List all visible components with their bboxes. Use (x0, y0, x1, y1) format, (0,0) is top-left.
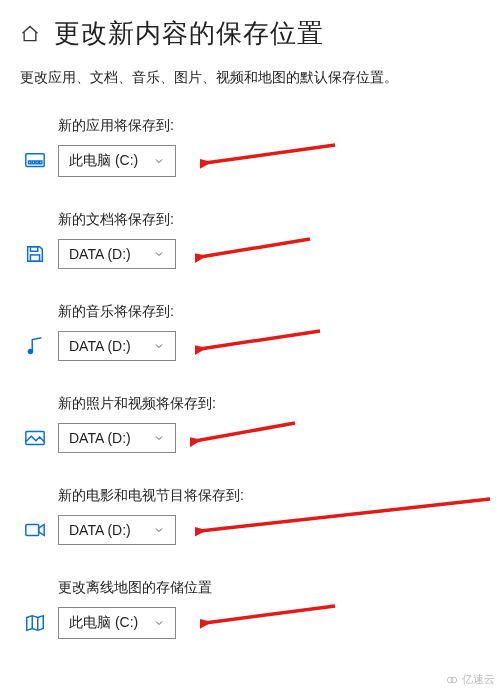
svg-point-9 (28, 349, 32, 353)
setting-label-photos: 新的照片和视频将保存到: (58, 395, 481, 413)
chevron-down-icon (153, 617, 165, 629)
photos-select-value: DATA (D:) (69, 430, 131, 446)
svg-rect-1 (29, 161, 31, 164)
music-select-value: DATA (D:) (69, 338, 131, 354)
setting-label-maps: 更改离线地图的存储位置 (58, 579, 481, 597)
apps-select-value: 此电脑 (C:) (69, 152, 138, 170)
image-icon (24, 427, 46, 449)
page-title: 更改新内容的保存位置 (54, 16, 324, 51)
save-icon (24, 243, 46, 265)
docs-select[interactable]: DATA (D:) (58, 239, 176, 269)
svg-rect-0 (26, 154, 44, 167)
svg-rect-4 (40, 161, 42, 164)
docs-select-value: DATA (D:) (69, 246, 131, 262)
apps-icon (24, 150, 46, 172)
music-icon (24, 335, 46, 357)
map-icon (24, 612, 46, 634)
setting-label-music: 新的音乐将保存到: (58, 303, 481, 321)
watermark: 亿速云 (445, 672, 495, 687)
svg-rect-13 (26, 525, 39, 536)
svg-rect-6 (30, 255, 39, 261)
svg-rect-2 (32, 161, 34, 164)
svg-rect-3 (36, 161, 38, 164)
chevron-down-icon (153, 340, 165, 352)
page-subtitle: 更改应用、文档、音乐、图片、视频和地图的默认保存位置。 (20, 69, 481, 87)
setting-apps: 新的应用将保存到: 此电脑 (C:) (20, 117, 481, 177)
setting-label-docs: 新的文档将保存到: (58, 211, 481, 229)
svg-rect-7 (30, 247, 37, 252)
chevron-down-icon (153, 432, 165, 444)
setting-maps: 更改离线地图的存储位置 此电脑 (C:) (20, 579, 481, 639)
setting-movies: 新的电影和电视节目将保存到: DATA (D:) (20, 487, 481, 545)
movies-select[interactable]: DATA (D:) (58, 515, 176, 545)
apps-select[interactable]: 此电脑 (C:) (58, 145, 176, 177)
setting-label-apps: 新的应用将保存到: (58, 117, 481, 135)
home-icon[interactable] (20, 24, 40, 44)
setting-music: 新的音乐将保存到: DATA (D:) (20, 303, 481, 361)
photos-select[interactable]: DATA (D:) (58, 423, 176, 453)
watermark-text: 亿速云 (462, 672, 495, 687)
setting-label-movies: 新的电影和电视节目将保存到: (58, 487, 481, 505)
movies-select-value: DATA (D:) (69, 522, 131, 538)
svg-point-17 (451, 677, 457, 683)
chevron-down-icon (153, 155, 165, 167)
maps-select[interactable]: 此电脑 (C:) (58, 607, 176, 639)
video-icon (24, 519, 46, 541)
maps-select-value: 此电脑 (C:) (69, 614, 138, 632)
setting-photos: 新的照片和视频将保存到: DATA (D:) (20, 395, 481, 453)
chevron-down-icon (153, 524, 165, 536)
music-select[interactable]: DATA (D:) (58, 331, 176, 361)
chevron-down-icon (153, 248, 165, 260)
setting-docs: 新的文档将保存到: DATA (D:) (20, 211, 481, 269)
